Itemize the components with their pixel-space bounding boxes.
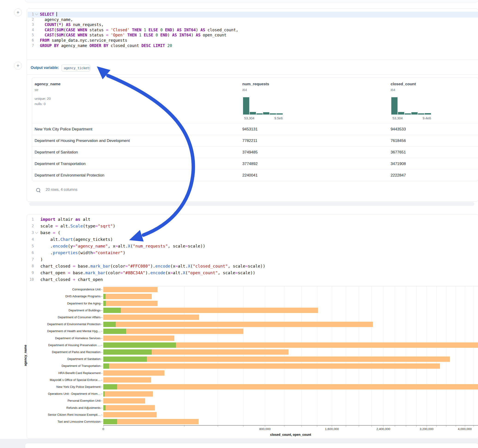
annotation-arrow bbox=[0, 0, 478, 448]
notebook-page: + + 1SELECT 2 agency_name,3 COUNT(*) AS … bbox=[0, 0, 478, 448]
next-cell-edge bbox=[25, 443, 478, 448]
arrow-head-bottom bbox=[129, 230, 144, 242]
arrow-shaft bbox=[108, 76, 193, 235]
